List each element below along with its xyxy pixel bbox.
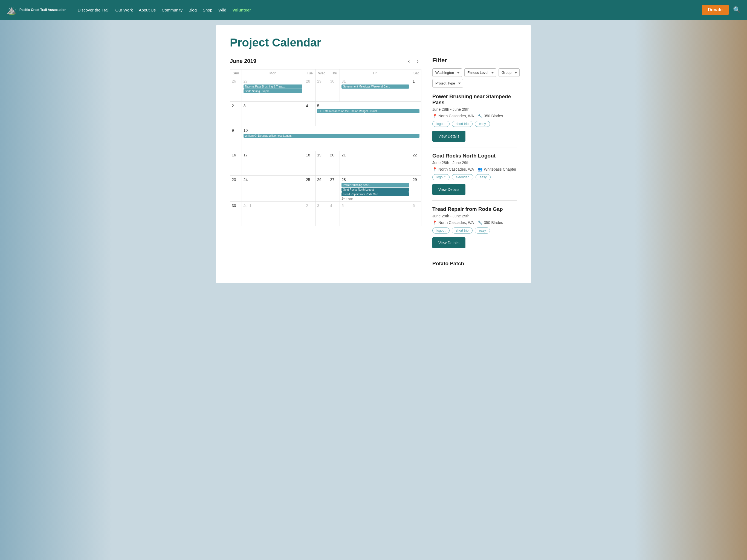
cal-day-30: 30 <box>230 202 242 226</box>
event-2-title: Goat Rocks North Logout <box>432 153 517 159</box>
event-3-meta: 📍 North Cascades, WA 🔧 350 Blades <box>432 220 517 225</box>
cal-day-jul1: Jul 1 <box>241 202 304 226</box>
event-3-dates: June 28th - June 29th <box>432 214 517 218</box>
event-2-location: 📍 North Cascades, WA <box>432 167 474 171</box>
event-3-detail: 🔧 350 Blades <box>478 220 503 225</box>
cal-day-jul4: 4 <box>328 202 340 226</box>
filter-fitness[interactable]: Fitness Level <box>464 69 496 77</box>
nav-link-blog[interactable]: Blog <box>188 8 197 12</box>
cal-day-3: 3 <box>241 102 304 126</box>
logo-text: Pacific Crest Trail Association <box>20 8 67 12</box>
tag-short-trip-3: short trip <box>452 228 473 234</box>
cal-event-tread[interactable]: Tread Repair from Rods Gap... <box>341 192 409 196</box>
filter-washington[interactable]: Washington <box>432 69 462 77</box>
cal-day-31-may: 31Government Meadows Weekend Car... <box>340 77 411 102</box>
nav-link-volunteer[interactable]: Volunteer <box>232 8 251 12</box>
tool-icon-3: 🔧 <box>478 220 482 225</box>
event-1-meta: 📍 North Cascades, WA 🔧 350 Blades <box>432 114 517 118</box>
tag-easy-3: easy <box>475 228 490 234</box>
calendar-table: Sun Mon Tue Wed Thu Fri Sat 26 <box>230 69 421 226</box>
nav-link-community[interactable]: Community <box>162 8 182 12</box>
cal-day-24: 24 <box>241 176 304 202</box>
calendar-month-label: June 2019 <box>230 58 256 64</box>
filter-group[interactable]: Group <box>498 69 520 77</box>
cal-day-18: 18 <box>304 151 315 176</box>
event-2-meta: 📍 North Cascades, WA 👥 Whitepass Chapter <box>432 167 517 171</box>
cal-day-19: 19 <box>315 151 328 176</box>
cal-event-soda[interactable]: Soda Spring Project <box>243 89 302 93</box>
tag-easy-1: easy <box>475 121 490 127</box>
event-2-tags: logout extended easy <box>432 174 517 180</box>
prev-month-button[interactable]: ‹ <box>405 57 413 65</box>
event-2-dates: June 28th - June 29th <box>432 161 517 165</box>
cal-day-20: 20 <box>328 151 340 176</box>
nav-link-shop[interactable]: Shop <box>203 8 212 12</box>
cal-day-27-may: 27Tacoma Pass Brushing & Tread...Soda Sp… <box>241 77 304 102</box>
cal-day-16: 16 <box>230 151 242 176</box>
cal-day-27: 27 <box>328 176 340 202</box>
cal-day-25: 25 <box>304 176 315 202</box>
cal-event-tacoma[interactable]: Tacoma Pass Brushing & Tread... <box>243 84 302 88</box>
next-month-button[interactable]: › <box>414 57 421 65</box>
logo-mountain-icon: ⛰️ <box>6 5 17 15</box>
event-3-location: 📍 North Cascades, WA <box>432 220 474 225</box>
tool-icon: 🔧 <box>478 114 482 118</box>
cal-day-17: 17 <box>241 151 304 176</box>
weekday-tue: Tue <box>304 70 315 77</box>
view-details-2-button[interactable]: View Details <box>432 184 465 195</box>
view-details-3-button[interactable]: View Details <box>432 237 465 248</box>
group-icon-2: 👥 <box>478 167 482 171</box>
cal-day-29-may: 29 <box>315 77 328 102</box>
event-1-dates: June 28th - June 29th <box>432 107 517 112</box>
tag-extended-2: extended <box>452 174 473 180</box>
event-4-title: Potato Patch <box>432 261 517 267</box>
event-3-tags: logout short trip easy <box>432 228 517 234</box>
donate-button[interactable]: Donate <box>702 5 729 15</box>
cal-day-10: 10William O. Douglas Wilderness Logout <box>241 126 421 151</box>
event-card-2: Goat Rocks North Logout June 28th - June… <box>432 153 517 201</box>
cal-day-28-may: 28 <box>304 77 315 102</box>
cal-day-2: 2 <box>230 102 242 126</box>
filter-row-2: Project Type <box>432 79 517 87</box>
cal-event-power[interactable]: Power Brushing near... <box>341 183 409 187</box>
tag-short-trip-1: short trip <box>452 121 473 127</box>
cal-day-5: 5PCT Maintenance on the Chelan Ranger Di… <box>315 102 421 126</box>
nav-link-wild[interactable]: Wild <box>218 8 226 12</box>
map-pin-icon-2: 📍 <box>432 167 437 171</box>
cal-day-28: 28 Power Brushing near... Goat Rocks Nor… <box>340 176 411 202</box>
cal-event-william[interactable]: William O. Douglas Wilderness Logout <box>243 134 419 138</box>
tag-easy-2: easy <box>475 174 491 180</box>
cal-day-26-may: 26 <box>230 77 242 102</box>
weekday-wed: Wed <box>315 70 328 77</box>
nav-link-discover[interactable]: Discover the Trail <box>78 8 109 12</box>
cal-more-link[interactable]: 2+ more <box>341 197 409 200</box>
cal-event-government[interactable]: Government Meadows Weekend Car... <box>341 84 409 88</box>
calendar-nav: ‹ › <box>405 57 421 65</box>
weekday-fri: Fri <box>340 70 411 77</box>
event-1-title: Power Brushing near Stampede Pass <box>432 94 517 106</box>
filter-project-type[interactable]: Project Type <box>432 79 463 87</box>
filter-row-1: Washington Fitness Level Group <box>432 69 517 77</box>
search-button[interactable]: 🔍 <box>733 6 741 14</box>
event-1-detail: 🔧 350 Blades <box>478 114 503 118</box>
cal-day-jul6: 6 <box>411 202 421 226</box>
cal-day-4: 4 <box>304 102 315 126</box>
event-1-tags: logout short trip easy <box>432 121 517 127</box>
nav-logo[interactable]: ⛰️ Pacific Crest Trail Association <box>6 5 72 15</box>
cal-day-21: 21 <box>340 151 411 176</box>
cal-event-goat[interactable]: Goat Rocks North Logout <box>341 188 409 192</box>
cal-day-30-may: 30 <box>328 77 340 102</box>
view-details-1-button[interactable]: View Details <box>432 131 465 142</box>
weekday-sun: Sun <box>230 70 242 77</box>
weekday-mon: Mon <box>241 70 304 77</box>
cal-day-9: 9 <box>230 126 242 151</box>
event-1-location: 📍 North Cascades, WA <box>432 114 474 118</box>
cal-event-pct-chelan[interactable]: PCT Maintenance on the Chelan Ranger Dis… <box>317 109 419 113</box>
event-2-detail: 👥 Whitepass Chapter <box>478 167 516 171</box>
filter-title: Filter <box>432 57 517 64</box>
weekday-sat: Sat <box>411 70 421 77</box>
navbar: ⛰️ Pacific Crest Trail Association Disco… <box>0 0 747 20</box>
nav-link-ourwork[interactable]: Our Work <box>115 8 133 12</box>
nav-link-aboutus[interactable]: About Us <box>139 8 156 12</box>
map-pin-icon: 📍 <box>432 114 437 118</box>
